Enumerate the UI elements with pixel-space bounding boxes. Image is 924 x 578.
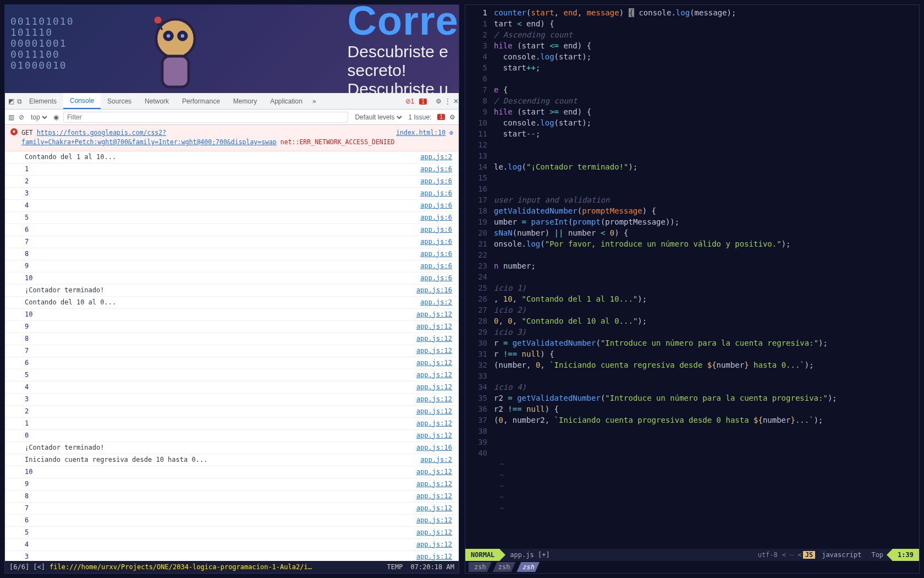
log-source-link[interactable]: app.js:12 xyxy=(416,419,452,428)
log-source-link[interactable]: app.js:12 xyxy=(416,492,452,501)
code-line[interactable]: r = getValidatedNumber("Introduce un núm… xyxy=(494,337,919,348)
code-line[interactable] xyxy=(494,437,919,448)
live-expression-icon[interactable]: ◉ xyxy=(53,113,59,121)
log-source-link[interactable]: app.js:12 xyxy=(416,528,452,537)
console-row[interactable]: 5app.js:12 xyxy=(5,527,459,539)
log-source-link[interactable]: app.js:6 xyxy=(420,237,452,247)
devtools-tab-memory[interactable]: Memory xyxy=(227,93,263,109)
console-row[interactable]: 1app.js:12 xyxy=(5,418,459,430)
log-source-link[interactable]: app.js:2 xyxy=(420,298,452,307)
console-row[interactable]: 6app.js:6 xyxy=(5,224,459,236)
kebab-icon[interactable]: ⋮ xyxy=(441,97,450,105)
log-source-link[interactable]: app.js:2 xyxy=(420,455,452,465)
console-row[interactable]: 3app.js:12 xyxy=(5,551,459,561)
console-settings-icon[interactable]: ⚙ xyxy=(449,113,455,121)
console-row[interactable]: ¡Contador terminado!app.js:16 xyxy=(5,442,459,454)
console-row[interactable]: 4app.js:12 xyxy=(5,539,459,551)
console-row[interactable]: Contando del 10 al 0...app.js:2 xyxy=(5,297,459,309)
console-row[interactable]: 4app.js:6 xyxy=(5,200,459,212)
console-row[interactable]: 9app.js:12 xyxy=(5,478,459,490)
log-source-link[interactable]: app.js:6 xyxy=(420,213,452,222)
code-line[interactable]: (number, 0, `Iniciando cuenta regresiva … xyxy=(494,359,919,370)
console-row[interactable]: 10app.js:12 xyxy=(5,466,459,478)
code-line[interactable]: icio 1) xyxy=(494,282,919,293)
code-line[interactable] xyxy=(494,370,919,381)
code-line[interactable]: sNaN(number) || number < 0) { xyxy=(494,227,919,238)
code-line[interactable] xyxy=(494,271,919,282)
code-line[interactable]: umber = parseInt(prompt(promptMessage)); xyxy=(494,216,919,227)
console-row[interactable]: ¡Contador terminado!app.js:16 xyxy=(5,285,459,297)
code-line[interactable]: / Ascending count xyxy=(494,29,919,40)
tmux-tab[interactable]: zsh xyxy=(516,562,540,572)
console-row[interactable]: 2app.js:6 xyxy=(5,176,459,188)
log-source-link[interactable]: app.js:12 xyxy=(416,479,452,489)
code-line[interactable]: user input and validation xyxy=(494,194,919,205)
code-line[interactable]: console.log(start); xyxy=(494,117,919,128)
code-line[interactable] xyxy=(494,249,919,260)
gear-icon[interactable]: ⚙ xyxy=(432,97,441,105)
code-line[interactable]: r2 = getValidatedNumber("Introduce un nú… xyxy=(494,392,919,403)
error-source-link[interactable]: index.html:10 ⊕ xyxy=(396,128,453,138)
editor-code[interactable]: counter(start, end, message) { console.l… xyxy=(494,5,919,549)
console-row[interactable]: 7app.js:12 xyxy=(5,503,459,515)
code-line[interactable]: getValidatedNumber(promptMessage) { xyxy=(494,205,919,216)
console-log-list[interactable]: Contando del 1 al 10...app.js:21app.js:6… xyxy=(5,151,459,561)
console-row[interactable]: 7app.js:6 xyxy=(5,236,459,248)
tmux-tab[interactable]: zsh xyxy=(469,562,492,572)
code-line[interactable]: start--; xyxy=(494,128,919,139)
code-line[interactable]: / Descending count xyxy=(494,95,919,106)
error-indicator[interactable]: ⊘1 xyxy=(405,97,415,105)
network-error-entry[interactable]: index.html:10 ⊕ GET https://fonts.google… xyxy=(5,125,459,151)
console-row[interactable]: 4app.js:12 xyxy=(5,381,459,394)
tmux-tab[interactable]: zsh xyxy=(493,562,516,572)
log-source-link[interactable]: app.js:6 xyxy=(420,225,452,235)
devtools-tab-console[interactable]: Console xyxy=(63,93,101,109)
log-source-link[interactable]: app.js:16 xyxy=(416,443,452,452)
console-row[interactable]: Contando del 1 al 10...app.js:2 xyxy=(5,151,459,163)
more-tabs-icon[interactable]: » xyxy=(309,97,318,105)
log-source-link[interactable]: app.js:12 xyxy=(416,334,452,343)
code-line[interactable] xyxy=(494,448,919,459)
console-row[interactable]: 5app.js:12 xyxy=(5,369,459,381)
code-line[interactable]: e { xyxy=(494,84,919,95)
context-select[interactable]: top xyxy=(29,113,49,122)
console-filter-input[interactable] xyxy=(63,112,348,123)
console-row[interactable]: 8app.js:12 xyxy=(5,333,459,345)
log-source-link[interactable]: app.js:12 xyxy=(416,358,452,368)
code-line[interactable]: , 10, "Contando del 1 al 10..."); xyxy=(494,293,919,304)
code-line[interactable]: console.log(start); xyxy=(494,51,919,62)
log-source-link[interactable]: app.js:6 xyxy=(420,177,452,186)
devtools-tab-application[interactable]: Application xyxy=(263,93,309,109)
log-source-link[interactable]: app.js:12 xyxy=(416,395,452,404)
devtools-tab-sources[interactable]: Sources xyxy=(101,93,138,109)
code-line[interactable] xyxy=(494,150,919,161)
log-source-link[interactable]: app.js:6 xyxy=(420,274,452,283)
sidebar-toggle-icon[interactable]: ▥ xyxy=(8,113,14,121)
code-line[interactable]: le.log("¡Contador terminado!"); xyxy=(494,161,919,172)
devtools-tab-network[interactable]: Network xyxy=(138,93,175,109)
log-source-link[interactable]: app.js:2 xyxy=(420,152,452,162)
log-levels-select[interactable]: Default levels xyxy=(353,113,404,122)
code-line[interactable]: 0, 0, "Contando del 10 al 0..."); xyxy=(494,315,919,326)
code-line[interactable]: hile (start >= end) { xyxy=(494,106,919,117)
clear-console-icon[interactable]: ⊘ xyxy=(19,113,24,121)
code-line[interactable] xyxy=(494,426,919,437)
close-devtools-icon[interactable]: ✕ xyxy=(450,97,459,105)
device-icon[interactable]: ⧉ xyxy=(14,97,23,105)
devtools-tab-performance[interactable]: Performance xyxy=(175,93,227,109)
console-row[interactable]: 0app.js:12 xyxy=(5,430,459,442)
log-source-link[interactable]: app.js:6 xyxy=(420,201,452,210)
log-source-link[interactable]: app.js:16 xyxy=(416,286,452,295)
code-line[interactable]: tart < end) { xyxy=(494,18,919,29)
code-line[interactable]: counter(start, end, message) { console.l… xyxy=(494,7,919,18)
code-line[interactable] xyxy=(494,172,919,183)
console-row[interactable]: 1app.js:6 xyxy=(5,163,459,176)
code-line[interactable]: icio 4) xyxy=(494,381,919,392)
log-source-link[interactable]: app.js:6 xyxy=(420,249,452,259)
code-editor[interactable]: 1123456789101112131415161718192021222324… xyxy=(465,5,919,549)
console-row[interactable]: 9app.js:12 xyxy=(5,321,459,333)
code-line[interactable]: icio 3) xyxy=(494,326,919,337)
code-line[interactable]: n number; xyxy=(494,260,919,271)
log-source-link[interactable]: app.js:12 xyxy=(416,346,452,356)
code-line[interactable]: icio 2) xyxy=(494,304,919,315)
